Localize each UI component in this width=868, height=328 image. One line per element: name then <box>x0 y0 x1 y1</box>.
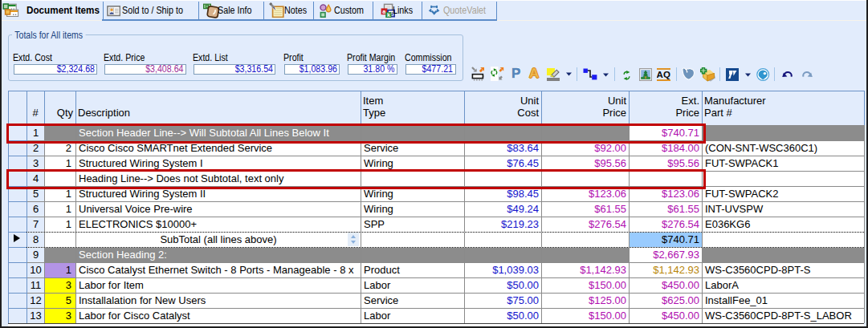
svg-text:AQ: AQ <box>657 70 670 79</box>
